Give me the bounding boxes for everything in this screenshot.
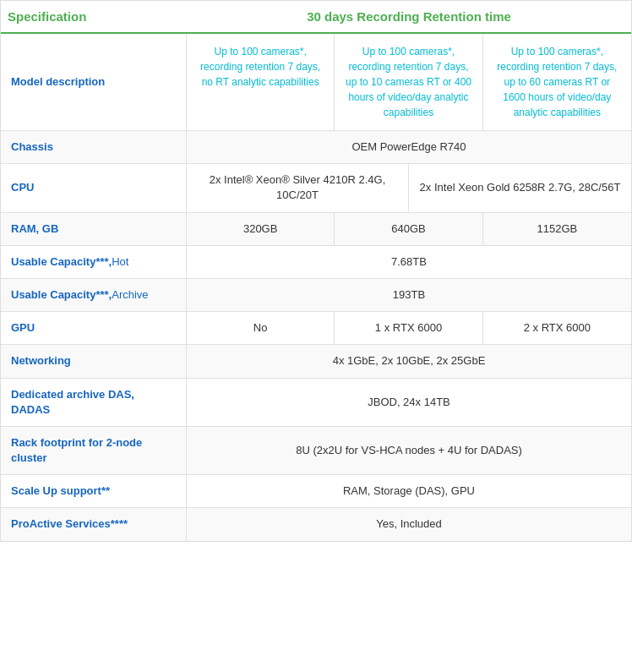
model-desc-col2: Up to 100 cameras*, recording retention …: [335, 34, 482, 130]
networking-label: Networking: [1, 345, 187, 377]
usable-archive-value: 193TB: [187, 279, 631, 311]
dadas-value: JBOD, 24x 14TB: [187, 379, 631, 426]
usable-archive-label-bold: Usable Capacity***,: [11, 287, 112, 303]
proactive-label: ProActive Services****: [1, 508, 187, 540]
cpu-col2: 2x Intel Xeon Gold 6258R 2.7G, 28C/56T: [409, 164, 631, 211]
gpu-col2: 1 x RTX 6000: [335, 312, 482, 344]
gpu-col3: 2 x RTX 6000: [483, 312, 631, 344]
networking-row: Networking 4x 1GbE, 2x 10GbE, 2x 25GbE: [1, 345, 631, 378]
retention-header: 30 days Recording Retention time: [187, 1, 631, 32]
proactive-value: Yes, Included: [187, 508, 631, 540]
rack-label: Rack footprint for 2-node cluster: [1, 427, 187, 474]
chassis-label: Chassis: [1, 131, 187, 163]
ram-label: RAM, GB: [1, 213, 187, 245]
rack-row: Rack footprint for 2-node cluster 8U (2x…: [1, 427, 631, 475]
ram-col3: 1152GB: [483, 213, 631, 245]
gpu-col1: No: [187, 312, 335, 344]
scale-up-row: Scale Up support** RAM, Storage (DAS), G…: [1, 475, 631, 508]
dadas-row: Dedicated archive DAS, DADAS JBOD, 24x 1…: [1, 379, 631, 427]
gpu-row: GPU No 1 x RTX 6000 2 x RTX 6000: [1, 312, 631, 345]
model-desc-row: Model description Up to 100 cameras*, re…: [1, 34, 631, 131]
spec-header: Specification: [1, 1, 187, 32]
scale-up-label: Scale Up support**: [1, 475, 187, 507]
dadas-label: Dedicated archive DAS, DADAS: [1, 379, 187, 426]
proactive-row: ProActive Services**** Yes, Included: [1, 508, 631, 540]
ram-col2: 640GB: [335, 213, 482, 245]
chassis-value: OEM PowerEdge R740: [187, 131, 631, 163]
cpu-col1: 2x Intel® Xeon® Silver 4210R 2.4G, 10C/2…: [187, 164, 409, 211]
usable-hot-value: 7.68TB: [187, 246, 631, 278]
usable-archive-row: Usable Capacity***, Archive 193TB: [1, 279, 631, 312]
cpu-label: CPU: [1, 164, 187, 211]
ram-col1: 320GB: [187, 213, 335, 245]
spec-table: Specification 30 days Recording Retentio…: [0, 0, 632, 542]
usable-archive-label-normal: Archive: [112, 287, 148, 303]
usable-archive-label: Usable Capacity***, Archive: [1, 279, 187, 311]
gpu-label: GPU: [1, 312, 187, 344]
usable-hot-label: Usable Capacity***, Hot: [1, 246, 187, 278]
ram-row: RAM, GB 320GB 640GB 1152GB: [1, 213, 631, 246]
model-desc-col3: Up to 100 cameras*, recording retention …: [483, 34, 631, 130]
rack-value: 8U (2x2U for VS-HCA nodes + 4U for DADAS…: [187, 427, 631, 474]
chassis-row: Chassis OEM PowerEdge R740: [1, 131, 631, 164]
cpu-row: CPU 2x Intel® Xeon® Silver 4210R 2.4G, 1…: [1, 164, 631, 212]
model-desc-col1: Up to 100 cameras*, recording retention …: [187, 34, 335, 130]
scale-up-value: RAM, Storage (DAS), GPU: [187, 475, 631, 507]
networking-value: 4x 1GbE, 2x 10GbE, 2x 25GbE: [187, 345, 631, 377]
model-desc-label: Model description: [1, 34, 187, 130]
table-header: Specification 30 days Recording Retentio…: [1, 1, 631, 34]
usable-hot-label-normal: Hot: [112, 254, 128, 270]
usable-hot-row: Usable Capacity***, Hot 7.68TB: [1, 246, 631, 279]
usable-hot-label-bold: Usable Capacity***,: [11, 254, 112, 270]
